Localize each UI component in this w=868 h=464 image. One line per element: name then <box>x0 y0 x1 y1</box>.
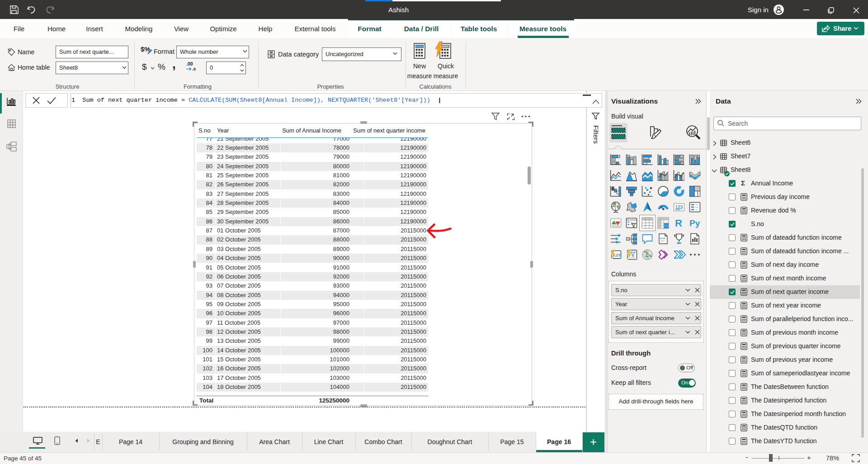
svg-text:R: R <box>675 218 682 229</box>
svg-text:.0: .0 <box>192 66 196 71</box>
svg-text:123: 123 <box>675 205 683 210</box>
svg-text:Py: Py <box>689 218 700 228</box>
